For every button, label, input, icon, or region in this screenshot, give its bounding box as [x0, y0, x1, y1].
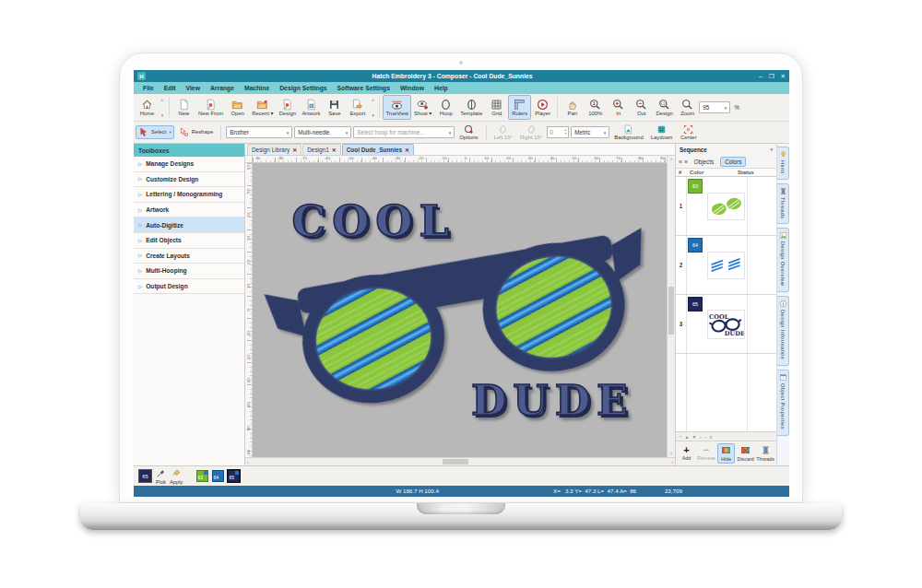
scroll-right-arrow[interactable]: ›	[671, 458, 673, 465]
design-canvas[interactable]: COOL COOL	[253, 163, 667, 457]
color-chip-63[interactable]: 63	[688, 179, 703, 194]
hoop-select[interactable]: Select hoop for machine...▾	[353, 126, 455, 138]
palette-chip-65[interactable]: 65	[228, 470, 240, 482]
recent-button[interactable]: Recent ▾	[249, 95, 276, 120]
design-button[interactable]: Design	[276, 95, 299, 120]
scroll-up-arrow[interactable]: ˄	[667, 156, 675, 163]
new-from-button[interactable]: New From	[195, 95, 226, 120]
menu-window[interactable]: Window	[400, 85, 424, 91]
file-overflow[interactable]: »▾	[369, 95, 376, 120]
scroll-left-arrow[interactable]: ‹	[247, 458, 249, 465]
add-color-button[interactable]: +Add	[678, 444, 695, 463]
background-button[interactable]: Background	[611, 123, 645, 143]
reshape-tool-button[interactable]: Reshape	[176, 125, 217, 139]
palette-chip-63[interactable]: 63	[196, 470, 208, 482]
tab-design-information[interactable]: Design Information	[777, 296, 789, 366]
color-chip-64[interactable]: 64	[688, 238, 703, 253]
rulers-button[interactable]: Rulers	[508, 95, 531, 120]
menu-view[interactable]: View	[186, 85, 200, 91]
zoom-design-button[interactable]: Design	[653, 95, 676, 120]
open-button[interactable]: Open	[226, 95, 249, 120]
zoom-100-button[interactable]: 100%	[584, 95, 607, 120]
threads-button[interactable]: Threads	[756, 443, 774, 464]
tab-design-overview[interactable]: Design Overview	[777, 228, 789, 292]
sequence-row-2[interactable]: 2 64	[676, 236, 776, 295]
toolbox-customize-design[interactable]: ▷Customize Design	[134, 172, 244, 188]
new-button[interactable]: New	[172, 95, 195, 120]
close-tab-icon[interactable]: ✕	[405, 147, 409, 153]
menu-help[interactable]: Help	[434, 85, 448, 91]
menu-arrange[interactable]: Arrange	[210, 85, 234, 91]
select-tool-button[interactable]: Select▾	[136, 125, 174, 139]
minimize-button[interactable]: –	[759, 73, 762, 80]
scroll-down-arrow[interactable]: ˅	[668, 452, 675, 456]
export-button[interactable]: Export	[346, 95, 369, 120]
zoom-level-combo[interactable]: 95▾	[699, 101, 730, 113]
move-up-button[interactable]: ▲	[685, 434, 690, 440]
laydown-button[interactable]: Laydown	[648, 123, 676, 143]
remove-color-button[interactable]: −Remove	[697, 444, 715, 463]
sequence-prev-button[interactable]: «	[679, 159, 682, 165]
tab-design-library[interactable]: Design Library✕	[247, 144, 301, 155]
save-button[interactable]: Save	[323, 95, 346, 120]
apply-color-button[interactable]: Apply	[170, 468, 183, 485]
horizontal-scrollbar[interactable]: ‹ ›	[245, 457, 675, 465]
sequence-row-3[interactable]: 3 65	[676, 295, 776, 354]
menu-edit[interactable]: Edit	[164, 85, 176, 91]
pan-button[interactable]: Pan	[561, 95, 584, 120]
machine-type-select[interactable]: Multi-needle▾	[294, 126, 351, 138]
left-15-button[interactable]: Left 15°	[491, 123, 515, 143]
menu-design-settings[interactable]: Design Settings	[279, 85, 326, 91]
tab-cool-dude-sunnies[interactable]: Cool Dude_Sunnies✕	[342, 144, 414, 155]
tab-threads[interactable]: Threads	[777, 183, 789, 224]
zoom-tool-button[interactable]: Zoom	[676, 95, 699, 120]
toolbox-lettering[interactable]: ▷Lettering / Monogramming	[134, 187, 244, 203]
toolbox-create-layouts[interactable]: ▷Create Layouts	[134, 249, 244, 265]
close-tab-icon[interactable]: ✕	[292, 147, 297, 153]
panel-pin-icon[interactable]: ▾	[770, 147, 773, 152]
home-overflow[interactable]: »▾	[159, 95, 166, 120]
cut-sequence-button[interactable]: −	[704, 434, 707, 440]
sequence-extra-button[interactable]: ≡	[710, 434, 713, 440]
move-to-top-button[interactable]: ↑	[680, 434, 682, 440]
menu-software-settings[interactable]: Software Settings	[337, 85, 390, 91]
sequence-row-1[interactable]: 1 63	[676, 177, 776, 236]
move-to-bottom-button[interactable]: ↓	[699, 434, 702, 440]
hscroll-thumb[interactable]	[443, 459, 468, 465]
grid-button[interactable]: Grid	[485, 95, 508, 120]
show-button[interactable]: Show ▾	[411, 95, 434, 120]
close-tab-icon[interactable]: ✕	[332, 147, 337, 153]
palette-chip-64[interactable]: 64	[212, 470, 224, 482]
vertical-scrollbar[interactable]: ˅	[667, 163, 675, 457]
tab-colors[interactable]: Colors	[720, 157, 746, 167]
toolbox-manage-designs[interactable]: ▷Manage Designs	[134, 157, 244, 172]
right-15-button[interactable]: Right 15°	[517, 123, 545, 143]
trueview-button[interactable]: TrueView	[383, 95, 411, 120]
home-button[interactable]: Home	[136, 95, 159, 120]
template-button[interactable]: Template	[457, 95, 485, 120]
toolbox-output-design[interactable]: ▷Output Design	[134, 279, 244, 295]
player-button[interactable]: Player	[531, 95, 554, 120]
tab-design1[interactable]: Design1✕	[302, 144, 340, 155]
move-down-button[interactable]: ▼	[692, 434, 696, 440]
tab-hints[interactable]: Hints	[777, 147, 789, 180]
discard-button[interactable]: Discard	[737, 443, 754, 464]
center-button[interactable]: Center	[677, 123, 700, 143]
toolbox-multi-hooping[interactable]: ▷Multi-Hooping	[134, 264, 244, 279]
tab-objects[interactable]: Objects	[690, 157, 718, 167]
units-select[interactable]: Metric▾	[571, 126, 609, 138]
sequence-next-button[interactable]: »	[684, 159, 688, 165]
color-chip-65[interactable]: 65	[688, 297, 703, 312]
vscroll-thumb[interactable]	[668, 287, 674, 335]
maximize-button[interactable]: ❒	[769, 73, 774, 80]
close-button[interactable]: ✕	[781, 73, 786, 80]
hide-button[interactable]: Hide	[717, 443, 735, 464]
hoop-button[interactable]: Hoop	[434, 95, 457, 120]
tab-object-properties[interactable]: Object Properties	[777, 370, 789, 436]
options-button[interactable]: Options	[456, 123, 480, 143]
toolbox-edit-objects[interactable]: ▷Edit Objects	[134, 233, 244, 249]
machine-brand-select[interactable]: Brother▾	[226, 126, 292, 138]
pick-color-button[interactable]: Pick	[156, 468, 166, 485]
toolbox-auto-digitize[interactable]: ▷Auto-Digitize	[134, 218, 244, 233]
toolbox-artwork[interactable]: ▷Artwork	[134, 203, 244, 218]
